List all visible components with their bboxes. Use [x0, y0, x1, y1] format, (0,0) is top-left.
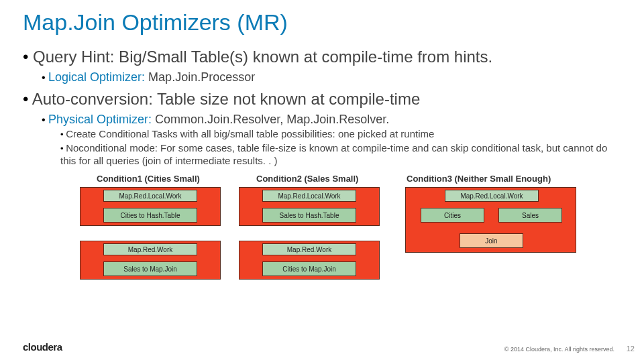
cond1-hash: Cities to Hash.Table	[103, 208, 197, 223]
cond1-mapjoin: Sales to Map.Join	[103, 261, 197, 276]
bullet-auto-conversion: Auto-conversion: Table size not known at…	[23, 90, 621, 167]
bullet-create-conditional: Create Conditional Tasks with all big/sm…	[60, 128, 621, 141]
cond3-join: Join	[460, 233, 523, 248]
bullet-noconditional: Noconditional mode: For some cases, tabl…	[60, 142, 621, 168]
cond3-panel: Map.Red.Local.Work Cities Sales Join	[405, 187, 576, 253]
slide-content: Query Hint: Big/Small Table(s) known at …	[0, 36, 644, 301]
cond1-label: Condition1 (Cities Small)	[97, 174, 200, 184]
cond2-mapjoin: Cities to Map.Join	[262, 261, 356, 276]
cond1-panel-mr: Map.Red.Work Sales to Map.Join	[80, 241, 221, 280]
cond3-sales: Sales	[498, 208, 562, 223]
cond3-label: Condition3 (Neither Small Enough)	[407, 174, 551, 184]
cond2-hash: Sales to Hash.Table	[262, 208, 356, 223]
cond2-panel-local: Map.Red.Local.Work Sales to Hash.Table	[239, 187, 380, 226]
slide-title: Map.Join Optimizers (MR)	[0, 0, 644, 36]
bullet-physical-optimizer: Physical Optimizer: Common.Join.Resolver…	[42, 113, 621, 167]
cond2-panel-mr: Map.Red.Work Cities to Map.Join	[239, 241, 380, 280]
copyright-text: © 2014 Cloudera, Inc. All rights reserve…	[504, 346, 614, 353]
cond2-local-head: Map.Red.Local.Work	[262, 190, 356, 202]
cond2-label: Condition2 (Sales Small)	[256, 174, 358, 184]
cloudera-logo: cloudera	[23, 341, 62, 353]
bullet-query-hint: Query Hint: Big/Small Table(s) known at …	[23, 48, 621, 84]
page-number: 12	[627, 345, 635, 353]
conditions-diagram: Condition1 (Cities Small) Map.Red.Local.…	[23, 174, 621, 301]
cond2-mr-head: Map.Red.Work	[262, 243, 356, 255]
cond1-mr-head: Map.Red.Work	[103, 243, 197, 255]
cond1-local-head: Map.Red.Local.Work	[103, 190, 197, 202]
cond3-cities: Cities	[421, 208, 484, 223]
cond3-local-head: Map.Red.Local.Work	[445, 190, 539, 202]
bullet-logical-optimizer: Logical Optimizer: Map.Join.Processor	[42, 70, 621, 84]
cond1-panel-local: Map.Red.Local.Work Cities to Hash.Table	[80, 187, 221, 226]
